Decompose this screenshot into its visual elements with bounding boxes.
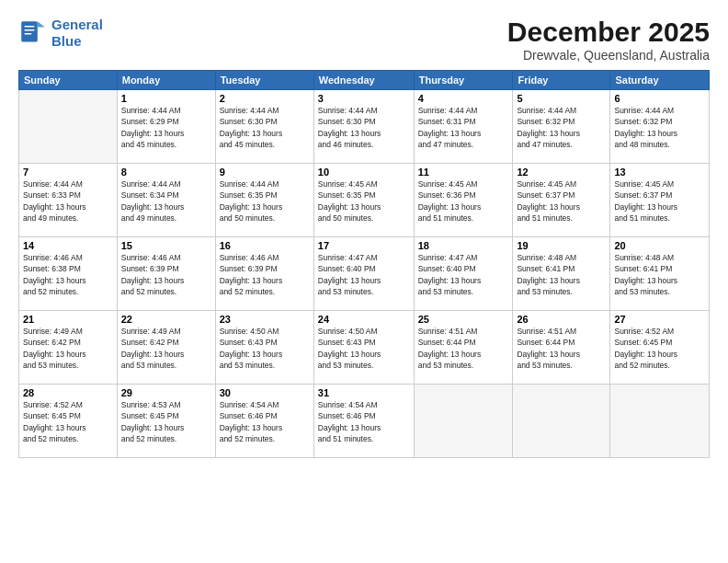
day-number: 1	[121, 93, 211, 104]
calendar-cell	[19, 90, 118, 164]
calendar-cell: 31Sunrise: 4:54 AMSunset: 6:46 PMDayligh…	[313, 385, 414, 458]
svg-rect-0	[21, 21, 38, 41]
day-info: Sunrise: 4:50 AMSunset: 6:43 PMDaylight:…	[318, 326, 410, 371]
day-info: Sunrise: 4:45 AMSunset: 6:36 PMDaylight:…	[418, 178, 509, 224]
day-number: 8	[121, 167, 211, 178]
calendar-cell: 28Sunrise: 4:52 AMSunset: 6:45 PMDayligh…	[19, 385, 118, 458]
location: Drewvale, Queensland, Australia	[507, 48, 710, 63]
day-info: Sunrise: 4:51 AMSunset: 6:44 PMDaylight:…	[517, 326, 606, 371]
weekday-tuesday: Tuesday	[215, 71, 313, 90]
day-number: 4	[418, 93, 509, 104]
day-info: Sunrise: 4:44 AMSunset: 6:35 PMDaylight:…	[220, 178, 310, 224]
calendar-cell: 29Sunrise: 4:53 AMSunset: 6:45 PMDayligh…	[117, 385, 215, 458]
logo: General Blue	[18, 17, 103, 50]
day-number: 17	[318, 240, 410, 251]
calendar-cell: 20Sunrise: 4:48 AMSunset: 6:41 PMDayligh…	[610, 237, 710, 311]
day-number: 7	[23, 167, 113, 178]
svg-rect-4	[24, 33, 31, 35]
day-number: 24	[318, 314, 410, 325]
day-number: 19	[517, 240, 606, 251]
day-number: 31	[318, 387, 410, 398]
day-number: 30	[220, 387, 310, 398]
day-info: Sunrise: 4:44 AMSunset: 6:32 PMDaylight:…	[517, 105, 606, 150]
day-info: Sunrise: 4:46 AMSunset: 6:38 PMDaylight:…	[23, 252, 113, 297]
calendar-cell: 18Sunrise: 4:47 AMSunset: 6:40 PMDayligh…	[414, 237, 513, 311]
day-number: 9	[220, 167, 310, 178]
day-number: 22	[121, 314, 211, 325]
day-info: Sunrise: 4:48 AMSunset: 6:41 PMDaylight:…	[614, 252, 705, 297]
calendar-cell: 16Sunrise: 4:46 AMSunset: 6:39 PMDayligh…	[215, 237, 313, 311]
calendar-cell: 4Sunrise: 4:44 AMSunset: 6:31 PMDaylight…	[414, 90, 513, 164]
day-info: Sunrise: 4:54 AMSunset: 6:46 PMDaylight:…	[318, 399, 410, 444]
day-info: Sunrise: 4:44 AMSunset: 6:32 PMDaylight:…	[614, 105, 705, 150]
day-number: 16	[220, 240, 310, 251]
day-number: 25	[418, 314, 509, 325]
calendar-cell: 13Sunrise: 4:45 AMSunset: 6:37 PMDayligh…	[610, 164, 710, 237]
weekday-saturday: Saturday	[610, 71, 710, 90]
day-info: Sunrise: 4:48 AMSunset: 6:41 PMDaylight:…	[517, 252, 606, 297]
day-info: Sunrise: 4:49 AMSunset: 6:42 PMDaylight:…	[23, 326, 113, 371]
week-row-4: 21Sunrise: 4:49 AMSunset: 6:42 PMDayligh…	[19, 311, 710, 385]
weekday-thursday: Thursday	[414, 71, 513, 90]
day-number: 15	[121, 240, 211, 251]
day-info: Sunrise: 4:46 AMSunset: 6:39 PMDaylight:…	[121, 252, 211, 297]
month-title: December 2025	[507, 17, 710, 48]
calendar-cell: 5Sunrise: 4:44 AMSunset: 6:32 PMDaylight…	[513, 90, 610, 164]
day-info: Sunrise: 4:44 AMSunset: 6:30 PMDaylight:…	[318, 105, 410, 150]
calendar-cell: 23Sunrise: 4:50 AMSunset: 6:43 PMDayligh…	[215, 311, 313, 385]
logo-text: General Blue	[51, 17, 103, 50]
day-info: Sunrise: 4:45 AMSunset: 6:37 PMDaylight:…	[614, 178, 705, 224]
day-number: 2	[220, 93, 310, 104]
calendar-cell: 30Sunrise: 4:54 AMSunset: 6:46 PMDayligh…	[215, 385, 313, 458]
day-info: Sunrise: 4:44 AMSunset: 6:33 PMDaylight:…	[23, 178, 113, 224]
calendar-cell	[610, 385, 710, 458]
day-info: Sunrise: 4:47 AMSunset: 6:40 PMDaylight:…	[318, 252, 410, 297]
calendar-cell	[414, 385, 513, 458]
svg-rect-2	[24, 26, 34, 28]
calendar-cell: 11Sunrise: 4:45 AMSunset: 6:36 PMDayligh…	[414, 164, 513, 237]
calendar-cell: 26Sunrise: 4:51 AMSunset: 6:44 PMDayligh…	[513, 311, 610, 385]
day-info: Sunrise: 4:44 AMSunset: 6:31 PMDaylight:…	[418, 105, 509, 150]
svg-marker-1	[38, 21, 45, 27]
weekday-sunday: Sunday	[19, 71, 118, 90]
day-number: 18	[418, 240, 509, 251]
day-number: 6	[614, 93, 705, 104]
week-row-5: 28Sunrise: 4:52 AMSunset: 6:45 PMDayligh…	[19, 385, 710, 458]
day-info: Sunrise: 4:45 AMSunset: 6:35 PMDaylight:…	[318, 178, 410, 224]
weekday-friday: Friday	[513, 71, 610, 90]
calendar-cell: 9Sunrise: 4:44 AMSunset: 6:35 PMDaylight…	[215, 164, 313, 237]
calendar-cell: 3Sunrise: 4:44 AMSunset: 6:30 PMDaylight…	[313, 90, 414, 164]
calendar-cell: 1Sunrise: 4:44 AMSunset: 6:29 PMDaylight…	[117, 90, 215, 164]
calendar-cell: 22Sunrise: 4:49 AMSunset: 6:42 PMDayligh…	[117, 311, 215, 385]
day-number: 28	[23, 387, 113, 398]
day-info: Sunrise: 4:49 AMSunset: 6:42 PMDaylight:…	[121, 326, 211, 371]
week-row-2: 7Sunrise: 4:44 AMSunset: 6:33 PMDaylight…	[19, 164, 710, 237]
calendar-cell: 8Sunrise: 4:44 AMSunset: 6:34 PMDaylight…	[117, 164, 215, 237]
header: General Blue December 2025 Drewvale, Que…	[18, 17, 710, 63]
day-number: 20	[614, 240, 705, 251]
weekday-monday: Monday	[117, 71, 215, 90]
svg-rect-3	[24, 29, 34, 31]
day-number: 10	[318, 167, 410, 178]
day-info: Sunrise: 4:45 AMSunset: 6:37 PMDaylight:…	[517, 178, 606, 224]
day-info: Sunrise: 4:53 AMSunset: 6:45 PMDaylight:…	[121, 399, 211, 444]
calendar-cell	[513, 385, 610, 458]
week-row-1: 1Sunrise: 4:44 AMSunset: 6:29 PMDaylight…	[19, 90, 710, 164]
day-number: 21	[23, 314, 113, 325]
calendar-cell: 6Sunrise: 4:44 AMSunset: 6:32 PMDaylight…	[610, 90, 710, 164]
day-info: Sunrise: 4:51 AMSunset: 6:44 PMDaylight:…	[418, 326, 509, 371]
day-number: 14	[23, 240, 113, 251]
page: General Blue December 2025 Drewvale, Que…	[0, 0, 728, 563]
calendar-cell: 24Sunrise: 4:50 AMSunset: 6:43 PMDayligh…	[313, 311, 414, 385]
day-number: 12	[517, 167, 606, 178]
day-number: 13	[614, 167, 705, 178]
calendar-cell: 12Sunrise: 4:45 AMSunset: 6:37 PMDayligh…	[513, 164, 610, 237]
calendar-cell: 10Sunrise: 4:45 AMSunset: 6:35 PMDayligh…	[313, 164, 414, 237]
day-info: Sunrise: 4:46 AMSunset: 6:39 PMDaylight:…	[220, 252, 310, 297]
title-block: December 2025 Drewvale, Queensland, Aust…	[507, 17, 710, 63]
calendar-cell: 17Sunrise: 4:47 AMSunset: 6:40 PMDayligh…	[313, 237, 414, 311]
calendar-cell: 2Sunrise: 4:44 AMSunset: 6:30 PMDaylight…	[215, 90, 313, 164]
day-number: 26	[517, 314, 606, 325]
day-number: 23	[220, 314, 310, 325]
day-info: Sunrise: 4:52 AMSunset: 6:45 PMDaylight:…	[23, 399, 113, 444]
